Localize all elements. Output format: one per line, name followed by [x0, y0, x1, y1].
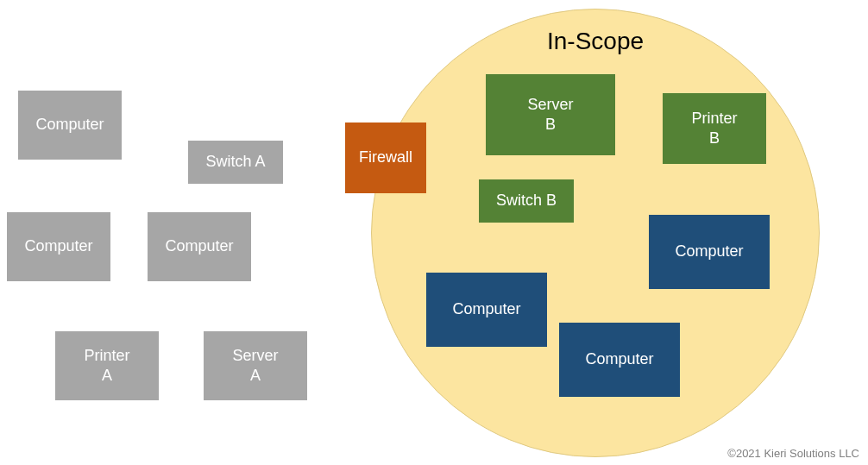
- node-label: Computer: [24, 236, 92, 256]
- node-label: ServerA: [232, 346, 278, 386]
- node-label: Computer: [165, 236, 233, 256]
- copyright-text: ©2021 Kieri Solutions LLC: [727, 447, 859, 460]
- in-scope-title: In-Scope: [535, 28, 656, 55]
- node-label: ServerB: [527, 95, 573, 135]
- node-label: Firewall: [359, 148, 412, 167]
- node-server-a: ServerA: [204, 331, 307, 400]
- node-label: PrinterA: [84, 346, 129, 386]
- node-computer-in-bottom: Computer: [559, 323, 680, 397]
- node-computer-out-1: Computer: [18, 91, 122, 160]
- node-computer-out-2: Computer: [7, 212, 110, 281]
- node-switch-a: Switch A: [188, 141, 283, 184]
- node-label: Computer: [585, 349, 653, 369]
- node-server-b: ServerB: [486, 74, 615, 155]
- diagram-canvas: In-Scope Computer Switch A Computer Comp…: [0, 0, 868, 465]
- node-label: Computer: [675, 242, 743, 261]
- node-firewall: Firewall: [345, 123, 426, 193]
- node-computer-in-right: Computer: [649, 215, 770, 289]
- node-label: Switch A: [205, 152, 265, 172]
- node-computer-in-left: Computer: [426, 273, 547, 347]
- node-label: PrinterB: [691, 109, 737, 149]
- node-label: Computer: [35, 115, 104, 135]
- node-switch-b: Switch B: [479, 179, 574, 223]
- node-label: Computer: [452, 299, 520, 319]
- node-printer-a: PrinterA: [55, 331, 159, 400]
- node-label: Switch B: [496, 191, 557, 211]
- node-printer-b: PrinterB: [663, 93, 766, 164]
- node-computer-out-3: Computer: [148, 212, 251, 281]
